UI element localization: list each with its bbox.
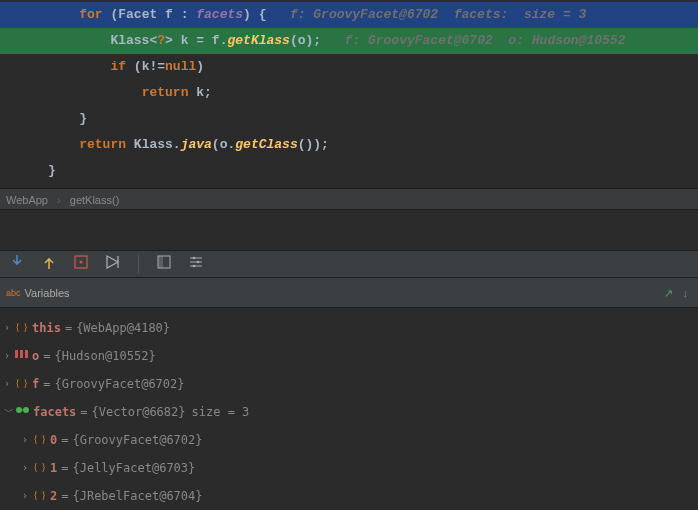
variable-value: {Hudson@10552} — [54, 342, 155, 370]
variable-value: {JellyFacet@6703} — [72, 454, 195, 482]
variable-name: 2 — [50, 482, 57, 510]
variable-name: 0 — [50, 426, 57, 454]
chevron-right-icon[interactable]: › — [4, 314, 14, 342]
svg-point-6 — [193, 265, 196, 268]
svg-point-5 — [197, 261, 200, 264]
obj-icon: { } — [33, 482, 47, 510]
code-line[interactable]: for (Facet f : facets) { f: GroovyFacet@… — [0, 2, 698, 28]
svg-text:{ }: { } — [33, 432, 46, 444]
variable-row[interactable]: ›{ }1={JellyFacet@6703} — [0, 454, 698, 482]
variable-row[interactable]: ›{ }2={JRebelFacet@6704} — [0, 482, 698, 510]
svg-text:{ }: { } — [15, 320, 28, 332]
variable-value: {JRebelFacet@6704} — [72, 482, 202, 510]
breadcrumb-item[interactable]: getKlass() — [70, 194, 120, 206]
obj-icon: { } — [33, 454, 47, 482]
equals-sign: = — [65, 314, 72, 342]
code-line[interactable]: Klass<?> k = f.getKlass(o); f: GroovyFac… — [0, 28, 698, 54]
svg-rect-3 — [158, 256, 163, 268]
svg-rect-8 — [15, 350, 18, 358]
equals-sign: = — [61, 482, 68, 510]
obj-icon: { } — [15, 370, 29, 398]
chevron-down-icon[interactable]: ﹀ — [4, 398, 14, 426]
debug-toolbar — [0, 250, 698, 278]
variable-extra: size = 3 — [192, 398, 250, 426]
chevron-right-icon[interactable]: › — [22, 454, 32, 482]
chevron-right-icon[interactable]: › — [4, 370, 14, 398]
toolbar-divider — [138, 255, 139, 273]
variables-tree[interactable]: ›{ }this={WebApp@4180}›o={Hudson@10552}›… — [0, 308, 698, 510]
variable-row[interactable]: ›o={Hudson@10552} — [0, 342, 698, 370]
variable-name: this — [32, 314, 61, 342]
step-out-icon[interactable] — [42, 255, 56, 273]
variable-row[interactable]: ﹀facets={Vector@6682}size = 3 — [0, 398, 698, 426]
variable-row[interactable]: ›{ }0={GroovyFacet@6702} — [0, 426, 698, 454]
chevron-right-icon[interactable]: › — [22, 482, 32, 510]
code-line[interactable]: if (k!=null) — [0, 54, 698, 80]
svg-point-4 — [193, 257, 196, 260]
view-frames-icon[interactable] — [157, 255, 171, 273]
obj-icon: { } — [15, 314, 29, 342]
breadcrumb-separator: › — [57, 194, 61, 206]
variable-name: f — [32, 370, 39, 398]
variable-value: {WebApp@4180} — [76, 314, 170, 342]
panel-title: Variables — [25, 278, 70, 308]
svg-text:{ }: { } — [15, 376, 28, 388]
code-line[interactable]: } — [0, 106, 698, 132]
breadcrumb[interactable]: WebApp › getKlass() — [0, 188, 698, 210]
equals-sign: = — [43, 370, 50, 398]
run-to-cursor-icon[interactable] — [106, 255, 120, 273]
variable-value: {GroovyFacet@6702} — [54, 370, 184, 398]
equals-sign: = — [43, 342, 50, 370]
equals-sign: = — [80, 398, 87, 426]
evaluate-expression-icon[interactable] — [74, 255, 88, 273]
abc-icon: abc — [6, 278, 21, 308]
svg-rect-9 — [20, 350, 23, 358]
svg-point-12 — [16, 407, 22, 413]
variable-name: o — [32, 342, 39, 370]
settings-icon[interactable] — [189, 255, 203, 273]
variable-row[interactable]: ›{ }f={GroovyFacet@6702} — [0, 370, 698, 398]
code-line[interactable]: } — [0, 158, 698, 184]
svg-point-1 — [80, 261, 83, 264]
svg-text:{ }: { } — [33, 460, 46, 472]
code-editor[interactable]: for (Facet f : facets) { f: GroovyFacet@… — [0, 0, 698, 188]
obj-icon: { } — [33, 426, 47, 454]
equals-sign: = — [61, 426, 68, 454]
chevron-right-icon[interactable]: › — [4, 342, 14, 370]
collapse-icon[interactable]: ↓ — [683, 278, 689, 308]
svg-text:{ }: { } — [33, 488, 46, 500]
breadcrumb-item[interactable]: WebApp — [6, 194, 48, 206]
variable-value: {GroovyFacet@6702} — [72, 426, 202, 454]
glasses-icon — [15, 398, 30, 426]
variables-panel-header: abc Variables ↗ ↓ — [0, 278, 698, 308]
svg-rect-10 — [25, 350, 28, 358]
variable-row[interactable]: ›{ }this={WebApp@4180} — [0, 314, 698, 342]
equals-sign: = — [61, 454, 68, 482]
step-into-icon[interactable] — [10, 255, 24, 273]
expand-icon[interactable]: ↗ — [664, 278, 673, 308]
param-icon — [15, 342, 29, 370]
panel-gap — [0, 210, 698, 250]
variable-name: 1 — [50, 454, 57, 482]
variable-value: {Vector@6682} — [92, 398, 186, 426]
svg-point-13 — [23, 407, 29, 413]
variable-name: facets — [33, 398, 76, 426]
code-line[interactable]: return Klass.java(o.getClass()); — [0, 132, 698, 158]
chevron-right-icon[interactable]: › — [22, 426, 32, 454]
code-line[interactable]: return k; — [0, 80, 698, 106]
